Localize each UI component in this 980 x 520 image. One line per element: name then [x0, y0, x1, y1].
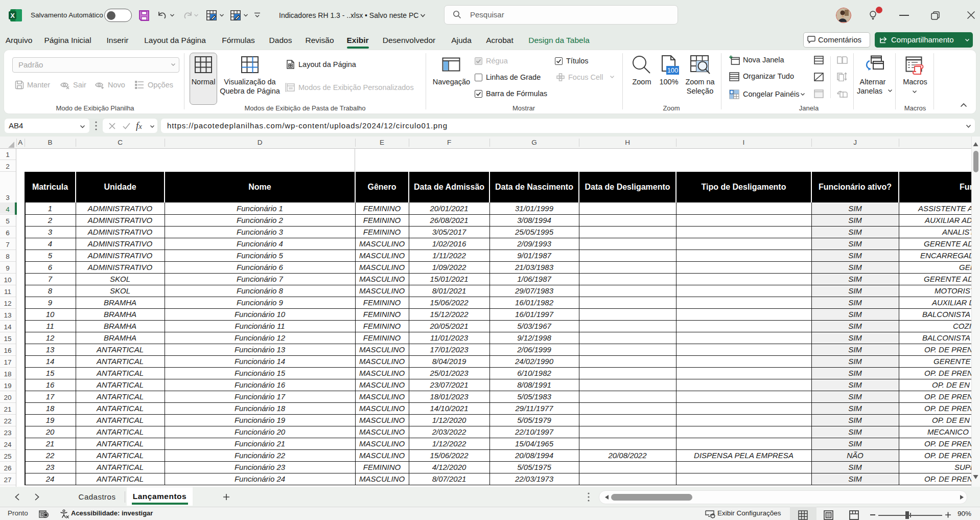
svg-text:100: 100 [667, 66, 679, 74]
svg-text:X: X [10, 12, 15, 19]
